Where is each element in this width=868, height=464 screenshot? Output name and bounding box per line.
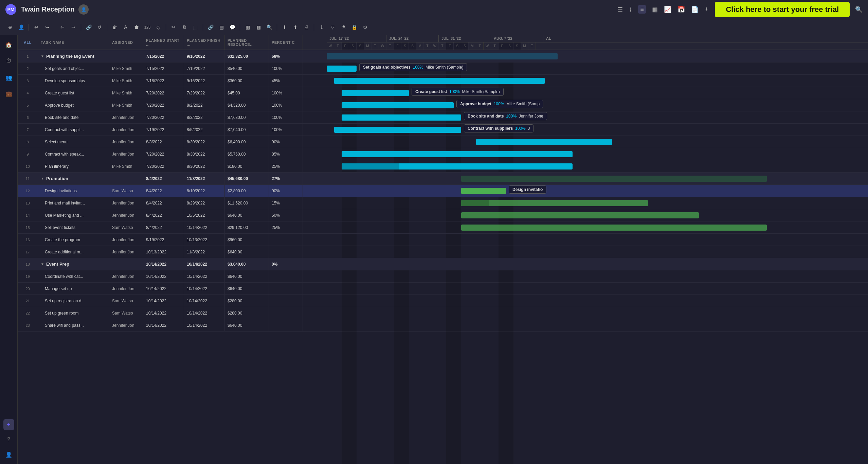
delete-button[interactable]: 🗑 xyxy=(110,22,120,32)
gantt-bar-task-selected[interactable] xyxy=(461,188,506,194)
table-row[interactable]: 12 Design invitations Sam Watso 8/4/2022… xyxy=(18,185,327,197)
sidebar-item-people[interactable]: 👥 xyxy=(3,72,14,83)
col-header-assigned[interactable]: ASSIGNED xyxy=(109,35,143,50)
table-row[interactable]: 13 Print and mail invitat... Jennifer Jo… xyxy=(18,197,327,209)
redo-button[interactable]: ↪ xyxy=(42,22,52,32)
filter-button[interactable]: ▽ xyxy=(328,22,337,32)
chart-view-icon[interactable]: 📈 xyxy=(664,6,671,13)
table-row[interactable]: 11 ▼ Promotion 8/4/2022 11/8/2022 $45,68… xyxy=(18,173,327,185)
task-name[interactable]: Manage set up xyxy=(38,283,109,295)
trial-banner[interactable]: Click here to start your free trial xyxy=(715,2,850,17)
task-name[interactable]: Design invitations xyxy=(38,185,109,197)
col-header-task[interactable]: TASK NAME xyxy=(38,35,109,50)
app-logo[interactable]: PM xyxy=(5,4,16,15)
list-view-icon[interactable]: ☰ xyxy=(617,6,623,13)
share-button[interactable]: ⬆ xyxy=(291,22,300,32)
info-button[interactable]: ℹ xyxy=(317,22,326,32)
task-name[interactable]: Set goals and objec... xyxy=(38,63,109,74)
table-row[interactable]: 9 Contract with speak... Jennifer Jon 7/… xyxy=(18,148,327,160)
calendar-view-icon[interactable]: 📅 xyxy=(677,6,685,13)
cut-button[interactable]: ✂ xyxy=(169,22,178,32)
gantt-bar-task[interactable] xyxy=(327,66,357,72)
outdent-button[interactable]: ⇐ xyxy=(58,22,67,32)
task-name[interactable]: Book site and date xyxy=(38,111,109,123)
lock-button[interactable]: 🔒 xyxy=(349,22,359,32)
task-name[interactable]: Print and mail invitat... xyxy=(38,197,109,209)
task-name[interactable]: Coordinate with cat... xyxy=(38,270,109,282)
print-button[interactable]: 🖨 xyxy=(302,22,311,32)
table-row[interactable]: 18 ▼ Event Prep 10/14/2022 10/14/2022 $3… xyxy=(18,258,327,270)
number-button[interactable]: 123 xyxy=(143,22,152,32)
col-header-finish[interactable]: PLANNED FINISH ... xyxy=(184,35,225,50)
add-user-button[interactable]: 👤 xyxy=(16,22,26,32)
table-row[interactable]: 2 Set goals and objec... Mike Smith 7/15… xyxy=(18,63,327,75)
gantt-bar-task[interactable] xyxy=(476,139,612,145)
sidebar-user-avatar[interactable]: 👤 xyxy=(3,449,14,460)
indent-button[interactable]: ⇒ xyxy=(69,22,78,32)
funnel-button[interactable]: ⚗ xyxy=(339,22,348,32)
comment-button[interactable]: 💬 xyxy=(228,22,237,32)
note-button[interactable]: ▤ xyxy=(217,22,226,32)
zoom-button[interactable]: 🔍 xyxy=(265,22,274,32)
collapse-icon[interactable]: ▼ xyxy=(41,54,44,58)
table-row[interactable]: 15 Sell event tickets Sam Watso 8/4/2022… xyxy=(18,221,327,234)
gantt-bar-task[interactable] xyxy=(461,225,767,231)
attach-button[interactable]: 🔗 xyxy=(206,22,215,32)
collapse-icon[interactable]: ▼ xyxy=(41,177,44,180)
table-row[interactable]: 3 Develop sponsorships Mike Smith 7/18/2… xyxy=(18,75,327,87)
table-view-icon[interactable]: ▦ xyxy=(652,6,658,13)
table-row[interactable]: 10 Plan itinerary Mike Smith 7/20/2022 8… xyxy=(18,160,327,173)
sidebar-item-recent[interactable]: ⏱ xyxy=(3,56,14,67)
task-name[interactable]: Develop sponsorships xyxy=(38,75,109,87)
col-header-resource[interactable]: PLANNED RESOURCE... xyxy=(225,35,269,50)
add-task-button[interactable]: ⊕ xyxy=(5,22,15,32)
gantt-bar-task[interactable] xyxy=(334,78,545,84)
table-row[interactable]: 6 Book site and date Jennifer Jon 7/20/2… xyxy=(18,111,327,124)
collapse-icon[interactable]: ▼ xyxy=(41,262,44,266)
table-row[interactable]: 7 Contract with suppli... Jennifer Jon 7… xyxy=(18,124,327,136)
task-name[interactable]: Contract with suppli... xyxy=(38,124,109,136)
table-row[interactable]: 20 Manage set up Jennifer Jon 10/14/2022… xyxy=(18,283,327,295)
table-row[interactable]: 16 Create the program Jennifer Jon 9/19/… xyxy=(18,234,327,246)
gantt-bar-task[interactable] xyxy=(342,151,573,157)
undo-button[interactable]: ↩ xyxy=(32,22,41,32)
unlink-button[interactable]: ↺ xyxy=(95,22,104,32)
table-button[interactable]: ▦ xyxy=(254,22,263,32)
doc-view-icon[interactable]: 📄 xyxy=(691,6,699,13)
task-name[interactable]: Set up registration d... xyxy=(38,295,109,307)
table-row[interactable]: 21 Set up registration d... Sam Watso 10… xyxy=(18,295,327,307)
sidebar-item-help[interactable]: ? xyxy=(3,434,14,445)
table-row[interactable]: 22 Set up green room Sam Watso 10/14/202… xyxy=(18,307,327,319)
diamond-button[interactable]: ◇ xyxy=(153,22,163,32)
task-name[interactable]: Select menu xyxy=(38,136,109,148)
table-row[interactable]: 4 Create guest list Mike Smith 7/20/2022… xyxy=(18,87,327,99)
font-button[interactable]: A xyxy=(121,22,130,32)
task-name[interactable]: Create the program xyxy=(38,234,109,246)
table-row[interactable]: 5 Approve budget Mike Smith 7/20/2022 8/… xyxy=(18,99,327,111)
table-row[interactable]: 8 Select menu Jennifer Jon 8/8/2022 8/30… xyxy=(18,136,327,148)
sidebar-item-portfolio[interactable]: 💼 xyxy=(3,88,14,99)
table-row[interactable]: 1 ▼ Planning the Big Event 7/15/2022 9/1… xyxy=(18,50,327,63)
add-view-icon[interactable]: + xyxy=(705,6,708,13)
table-row[interactable]: 14 Use Marketing and ... Jennifer Jon 8/… xyxy=(18,209,327,221)
table-row[interactable]: 19 Coordinate with cat... Jennifer Jon 1… xyxy=(18,270,327,283)
gantt-bar-task[interactable] xyxy=(342,163,573,169)
gantt-bar-task[interactable] xyxy=(461,200,648,206)
col-header-all[interactable]: ALL xyxy=(18,35,38,50)
gantt-view-icon[interactable]: ⌇ xyxy=(629,6,632,13)
gantt-bar-task[interactable] xyxy=(342,90,409,96)
export-button[interactable]: ⬇ xyxy=(280,22,289,32)
task-name[interactable]: Approve budget xyxy=(38,99,109,111)
link-button[interactable]: 🔗 xyxy=(84,22,93,32)
gantt-bar-task[interactable] xyxy=(342,102,454,108)
copy-button[interactable]: ⧉ xyxy=(180,22,189,32)
task-name[interactable]: Contract with speak... xyxy=(38,148,109,160)
task-name[interactable]: Share wifi and pass... xyxy=(38,319,109,331)
gantt-bar-task[interactable] xyxy=(461,212,699,218)
settings-button[interactable]: ⚙ xyxy=(360,22,370,32)
task-name[interactable]: Set up green room xyxy=(38,307,109,319)
task-name[interactable]: Use Marketing and ... xyxy=(38,209,109,221)
shape-button[interactable]: ⬟ xyxy=(132,22,141,32)
paste-button[interactable]: ⬚ xyxy=(191,22,200,32)
task-name[interactable]: Sell event tickets xyxy=(38,221,109,233)
